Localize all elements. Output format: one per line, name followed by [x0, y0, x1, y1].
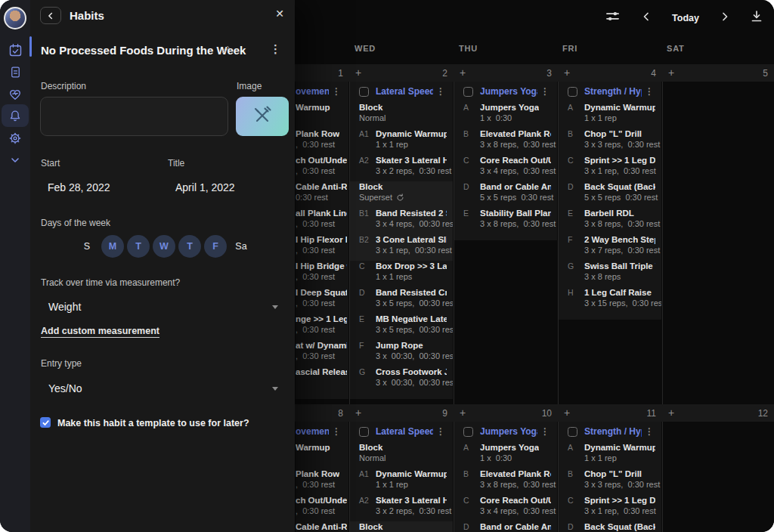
exercise-row[interactable]: ch Out/Under, 0:30 rest — [296, 155, 348, 176]
exercise-row[interactable]: DBand or Cable Anti Rotati...5 x 5 reps … — [454, 181, 557, 203]
exercise-row[interactable]: AJumpers Yoga1 x 0:30 — [454, 102, 557, 123]
workout-menu-icon[interactable]: ⋮ — [332, 86, 341, 97]
exercise-row[interactable]: B23 Cone Lateral Slide3 x 1 rep, 00:30 r… — [350, 234, 453, 255]
close-icon[interactable]: ✕ — [275, 8, 284, 20]
day-of-week-toggle[interactable]: T — [178, 235, 201, 258]
day-of-week-toggle[interactable]: Sa — [230, 235, 252, 258]
exercise-row[interactable]: A1Dynamic Warmup1 x 1 rep — [350, 128, 453, 150]
exercise-row[interactable]: GCross Footwork Jump Rope3 x 00:30, 00:3… — [350, 367, 453, 388]
add-custom-measurement-link[interactable]: Add custom measurement — [41, 326, 159, 338]
exercise-row[interactable]: l Hip Flexor Rais..., 0:30 rest — [296, 234, 348, 255]
exercise-row[interactable]: Warmup — [296, 102, 348, 123]
exercise-row[interactable]: ADynamic Warmup1 x 1 rep — [559, 102, 661, 123]
exercise-row[interactable]: DBand or Cable Anti Rotati...5 x 5 reps … — [454, 521, 557, 532]
exercise-row[interactable]: EMB Negative Lateral Hop...3 x 5 reps, 0… — [350, 314, 453, 335]
exercise-row[interactable]: CBox Drop >> 3 Lateral H...1 x 1 reps — [350, 261, 453, 282]
exercise-row[interactable]: H1 Leg Calf Raise3 x 15 reps, 0:30 rest — [559, 287, 661, 308]
habit-image-tile[interactable] — [236, 97, 289, 136]
day-of-week-toggle[interactable]: T — [127, 235, 150, 258]
exercise-row[interactable]: CSprint >> 1 Leg Declarations3 x 1 rep, … — [559, 495, 661, 516]
entry-type-select[interactable]: Yes/No — [48, 382, 295, 394]
back-button[interactable] — [40, 7, 61, 24]
exercise-row[interactable]: BElevated Plank Row3 x 8 reps, 0:30 rest — [454, 469, 557, 490]
exercise-row[interactable]: BElevated Plank Row3 x 8 reps, 0:30 rest — [454, 128, 557, 150]
workout-card[interactable]: Jumpers Yoga / Core⋮AJumpers Yoga1 x 0:3… — [454, 422, 557, 532]
exercise-row[interactable]: Plank Row, 0:30 rest — [296, 128, 348, 150]
workout-card[interactable]: Jumpers Yoga / Core⋮AJumpers Yoga1 x 0:3… — [454, 82, 557, 240]
today-button[interactable]: Today — [672, 13, 699, 23]
exercise-row[interactable]: nge >> 1 Leg St..., 0:30 rest — [296, 314, 348, 335]
exercise-row[interactable]: l Hip Bridge w/ ..., 0:30 rest — [296, 261, 348, 282]
exercise-row[interactable]: DBack Squat (Back Off Set)5 x 5 reps 0:3… — [559, 181, 661, 203]
add-entry-button[interactable]: + — [564, 66, 570, 79]
exercise-row[interactable]: DBack Squat (Back Off Set)5 x 5 reps 0:3… — [559, 521, 661, 532]
exercise-row[interactable]: EStability Ball Plank Linear ...3 x 8 re… — [454, 208, 557, 229]
workout-card[interactable]: Strength / Hypertro...⋮ADynamic Warmup1 … — [559, 422, 661, 532]
add-entry-button[interactable]: + — [460, 66, 466, 79]
exercise-row[interactable]: ch Out/Under, 0:30 rest — [296, 495, 348, 516]
workout-checkbox[interactable] — [568, 427, 577, 437]
exercise-row[interactable]: at w/ Dynamic P..., 0:30 rest — [296, 340, 348, 361]
workout-card[interactable]: ovement Q...⋮WarmupPlank Row, 0:30 restc… — [296, 82, 348, 399]
add-entry-button[interactable]: + — [668, 66, 674, 79]
exercise-row[interactable]: B1Band Resisted 2 Step Late...3 x 4 reps… — [350, 208, 453, 229]
exercise-row[interactable]: A2Skater 3 Lateral Hops >> ...3 x 2 reps… — [350, 495, 453, 516]
exercise-row[interactable]: CCore Reach Out/Under3 x 4 reps, 0:30 re… — [454, 155, 557, 176]
template-checkbox[interactable] — [40, 417, 51, 428]
sidebar-item-settings[interactable] — [2, 127, 29, 149]
exercise-row[interactable]: Warmup — [296, 442, 348, 463]
add-entry-button[interactable]: + — [355, 407, 361, 419]
workout-card[interactable]: Lateral Speed / Plyo⋮BlockNormalA1Dynami… — [350, 82, 453, 399]
exercise-row[interactable]: FJump Rope3 x 00:30, 00:30 rest — [350, 340, 453, 361]
day-of-week-toggle[interactable]: W — [153, 235, 175, 258]
workout-menu-icon[interactable]: ⋮ — [332, 426, 341, 437]
sidebar-item-notifications[interactable] — [2, 104, 29, 127]
workout-card[interactable]: Strength / Hypertro...⋮ADynamic Warmup1 … — [559, 82, 661, 320]
add-entry-button[interactable]: + — [564, 407, 570, 419]
exercise-row[interactable]: ascial Release C... — [296, 367, 348, 388]
sidebar-item-calendar[interactable] — [2, 39, 29, 61]
exercise-row[interactable]: F2 Way Bench Step Up3 x 7 reps, 0:30 res… — [559, 234, 661, 255]
habit-menu-icon[interactable]: ⋮ — [270, 42, 281, 56]
workout-menu-icon[interactable]: ⋮ — [540, 86, 550, 97]
start-date-value[interactable]: Feb 28, 2022 — [48, 181, 110, 193]
add-entry-button[interactable]: + — [668, 407, 674, 419]
next-week-chevron-icon[interactable] — [720, 11, 730, 25]
add-entry-button[interactable]: + — [355, 66, 361, 79]
exercise-row[interactable]: Cable Anti-Rotati...0:30 rest — [296, 181, 348, 203]
measurement-select[interactable]: Weight — [48, 301, 295, 313]
sidebar-item-health[interactable] — [2, 83, 29, 105]
workout-checkbox[interactable] — [359, 87, 369, 97]
sidebar-expand[interactable] — [2, 149, 29, 171]
day-of-week-toggle[interactable]: M — [101, 235, 124, 258]
prev-week-chevron-icon[interactable] — [641, 11, 652, 25]
workout-checkbox[interactable] — [568, 87, 577, 97]
day-of-week-toggle[interactable]: S — [76, 235, 98, 258]
exercise-row[interactable]: CCore Reach Out/Under3 x 4 reps, 0:30 re… — [454, 495, 557, 516]
workout-checkbox[interactable] — [359, 427, 369, 437]
exercise-row[interactable]: EBarbell RDL3 x 8 reps, 0:30 rest — [559, 208, 661, 229]
exercise-row[interactable]: BChop "L" Drill3 x 3 reps, 0:30 rest — [559, 469, 661, 490]
workout-menu-icon[interactable]: ⋮ — [436, 426, 445, 437]
workout-checkbox[interactable] — [463, 427, 473, 437]
workout-card[interactable]: Lateral Speed / Plyo⋮BlockNormalA1Dynami… — [350, 422, 453, 532]
exercise-row[interactable]: GSwiss Ball Triple Threat3 x 8 reps — [559, 261, 661, 282]
workout-menu-icon[interactable]: ⋮ — [645, 86, 654, 97]
exercise-row[interactable]: AJumpers Yoga1 x 0:30 — [454, 442, 557, 463]
workout-card[interactable]: ovement Q...⋮WarmupPlank Row, 0:30 restc… — [296, 422, 348, 532]
end-date-value[interactable]: April 1, 2022 — [175, 181, 235, 193]
filter-sliders-icon[interactable] — [605, 8, 621, 27]
exercise-row[interactable]: DBand Resisted Crossover...3 x 5 reps, 0… — [350, 287, 453, 308]
edit-pencil-icon[interactable] — [221, 44, 231, 57]
exercise-row[interactable]: A2Skater 3 Lateral Hops >> ...3 x 2 reps… — [350, 155, 453, 176]
exercise-row[interactable]: ADynamic Warmup1 x 1 rep — [559, 442, 661, 463]
exercise-row[interactable]: Cable Anti-Rotati... — [296, 521, 348, 532]
exercise-row[interactable]: Plank Row, 0:30 rest — [296, 469, 348, 490]
exercise-row[interactable]: l Deep Squat Mo..., 0:30 rest — [296, 287, 348, 308]
user-avatar[interactable] — [4, 7, 26, 29]
sidebar-item-notes[interactable] — [2, 61, 29, 83]
exercise-row[interactable]: CSprint >> 1 Leg Declarations3 x 1 rep, … — [559, 155, 661, 176]
add-entry-button[interactable]: + — [460, 407, 466, 419]
workout-menu-icon[interactable]: ⋮ — [540, 426, 550, 437]
exercise-row[interactable]: all Plank Linear ..., 0:30 rest — [296, 208, 348, 229]
